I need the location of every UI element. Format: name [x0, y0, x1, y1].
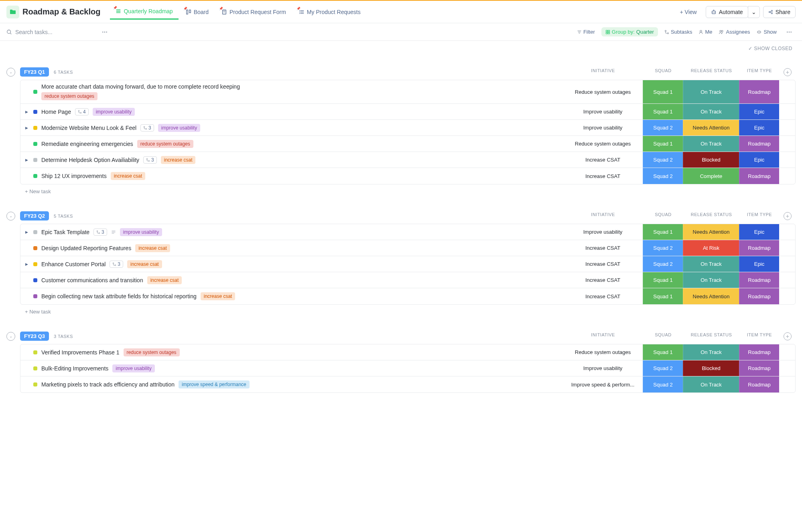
cell-initiative[interactable]: Reduce system outages [562, 80, 643, 103]
cell-squad[interactable]: Squad 1 [643, 104, 683, 119]
group-badge[interactable]: FY23 Q2 [20, 211, 49, 220]
task-row[interactable]: ▶ Epic Task Template 3improve usability … [20, 224, 795, 240]
subtask-count-badge[interactable]: 3 [110, 261, 123, 268]
cell-item-type[interactable]: Roadmap [739, 80, 779, 103]
col-header-squad[interactable]: SQUAD [643, 332, 683, 340]
cell-item-type[interactable]: Roadmap [739, 136, 779, 152]
cell-release-status[interactable]: On Track [683, 344, 739, 360]
status-indicator[interactable] [33, 142, 37, 146]
status-indicator[interactable] [33, 262, 37, 266]
task-row[interactable]: Customer communications and transition i… [20, 272, 795, 288]
group-badge[interactable]: FY23 Q1 [20, 67, 49, 77]
cell-squad[interactable]: Squad 2 [643, 152, 683, 168]
new-task-button[interactable]: + New task [6, 184, 796, 198]
status-indicator[interactable] [33, 366, 37, 370]
cell-release-status[interactable]: Needs Attention [683, 288, 739, 304]
cell-squad[interactable]: Squad 1 [643, 80, 683, 103]
task-tag[interactable]: increase csat [111, 172, 146, 180]
col-header-release-status[interactable]: RELEASE STATUS [683, 212, 739, 220]
cell-item-type[interactable]: Epic [739, 104, 779, 119]
cell-initiative[interactable]: Increase CSAT [562, 168, 643, 184]
page-title[interactable]: Roadmap & Backlog [22, 7, 100, 16]
status-indicator[interactable] [33, 246, 37, 250]
automate-dropdown[interactable]: ⌄ [748, 6, 760, 18]
cell-squad[interactable]: Squad 1 [643, 344, 683, 360]
show-button[interactable]: Show [756, 29, 777, 35]
folder-icon[interactable] [6, 6, 19, 18]
subtask-count-badge[interactable]: 3 [140, 124, 154, 131]
cell-release-status[interactable]: On Track [683, 136, 739, 152]
task-tag[interactable]: reduce system outages [137, 140, 193, 148]
col-header-release-status[interactable]: RELEASE STATUS [683, 332, 739, 340]
new-task-button[interactable]: + New task [6, 305, 796, 319]
cell-initiative[interactable]: Improve usability [562, 104, 643, 119]
task-tag[interactable]: increase csat [161, 156, 196, 164]
cell-squad[interactable]: Squad 2 [643, 168, 683, 184]
cell-squad[interactable]: Squad 1 [643, 224, 683, 240]
cell-item-type[interactable]: Roadmap [739, 344, 779, 360]
col-header-item-type[interactable]: ITEM TYPE [739, 212, 780, 220]
cell-item-type[interactable]: Roadmap [739, 272, 779, 288]
status-indicator[interactable] [33, 158, 37, 162]
col-header-initiative[interactable]: INITIATIVE [563, 68, 643, 76]
task-tag[interactable]: improve usability [112, 364, 154, 372]
tab-quarterly-roadmap[interactable]: 📌Quarterly Roadmap [110, 4, 178, 20]
search-input[interactable] [15, 29, 95, 35]
cell-initiative[interactable]: Increase CSAT [562, 288, 643, 304]
status-indicator[interactable] [33, 174, 37, 178]
task-row[interactable]: ▶ Determine Helpdesk Option Availiabilit… [20, 152, 795, 168]
cell-initiative[interactable]: Improve usability [562, 120, 643, 136]
add-column-button[interactable]: + [784, 212, 792, 220]
col-header-item-type[interactable]: ITEM TYPE [739, 332, 780, 340]
task-row[interactable]: Ship 12 UX improvements increase csat In… [20, 168, 795, 184]
cell-initiative[interactable]: Increase CSAT [562, 272, 643, 288]
cell-release-status[interactable]: Needs Attention [683, 224, 739, 240]
tab-my-product-requests[interactable]: 📌My Product Requests [293, 5, 366, 19]
task-row[interactable]: Bulk-Editing Improvements improve usabil… [20, 360, 795, 376]
cell-squad[interactable]: Squad 1 [643, 136, 683, 152]
status-indicator[interactable] [33, 110, 37, 114]
status-indicator[interactable] [33, 278, 37, 282]
task-row[interactable]: Verified Improvements Phase 1 reduce sys… [20, 344, 795, 360]
cell-item-type[interactable]: Epic [739, 120, 779, 136]
me-button[interactable]: Me [698, 29, 712, 35]
cell-initiative[interactable]: Improve usability [562, 224, 643, 240]
task-tag[interactable]: reduce system outages [41, 92, 97, 100]
cell-release-status[interactable]: On Track [683, 104, 739, 119]
task-row[interactable]: ▶ Modernize Website Menu Look & Feel 3im… [20, 120, 795, 136]
cell-squad[interactable]: Squad 1 [643, 288, 683, 304]
cell-item-type[interactable]: Roadmap [739, 240, 779, 256]
cell-release-status[interactable]: Needs Attention [683, 120, 739, 136]
task-row[interactable]: Marketing pixels to track ads efficiency… [20, 376, 795, 392]
status-indicator[interactable] [33, 230, 37, 234]
cell-squad[interactable]: Squad 2 [643, 256, 683, 272]
subtask-count-badge[interactable]: 4 [75, 108, 89, 115]
cell-squad[interactable]: Squad 2 [643, 376, 683, 392]
cell-item-type[interactable]: Roadmap [739, 168, 779, 184]
task-row[interactable]: Design Updated Reporting Features increa… [20, 240, 795, 256]
cell-initiative[interactable]: Increase CSAT [562, 152, 643, 168]
cell-squad[interactable]: Squad 2 [643, 360, 683, 376]
tab-product-request-form[interactable]: 📌Product Request Form [216, 5, 292, 19]
col-header-squad[interactable]: SQUAD [643, 212, 683, 220]
task-tag[interactable]: increase csat [127, 260, 162, 268]
subtask-count-badge[interactable]: 3 [143, 156, 157, 164]
task-row[interactable]: Begin collecting new task attribute fiel… [20, 288, 795, 304]
toolbar-more-icon[interactable]: ⋯ [783, 29, 796, 35]
cell-initiative[interactable]: Improve usability [562, 360, 643, 376]
task-tag[interactable]: improve usability [120, 228, 162, 236]
status-indicator[interactable] [33, 90, 37, 94]
task-tag[interactable]: improve speed & performance [179, 380, 250, 388]
subtask-count-badge[interactable]: 3 [93, 229, 107, 236]
col-header-initiative[interactable]: INITIATIVE [563, 212, 643, 220]
cell-release-status[interactable]: Blocked [683, 152, 739, 168]
add-view-button[interactable]: + View [674, 5, 702, 19]
task-tag[interactable]: increase csat [201, 292, 236, 300]
automate-button[interactable]: Automate [706, 6, 748, 18]
cell-item-type[interactable]: Roadmap [739, 360, 779, 376]
cell-initiative[interactable]: Increase CSAT [562, 240, 643, 256]
cell-release-status[interactable]: On Track [683, 80, 739, 103]
status-indicator[interactable] [33, 382, 37, 386]
group-badge[interactable]: FY23 Q3 [20, 332, 49, 341]
group-by-button[interactable]: Group by: Quarter [601, 27, 658, 36]
